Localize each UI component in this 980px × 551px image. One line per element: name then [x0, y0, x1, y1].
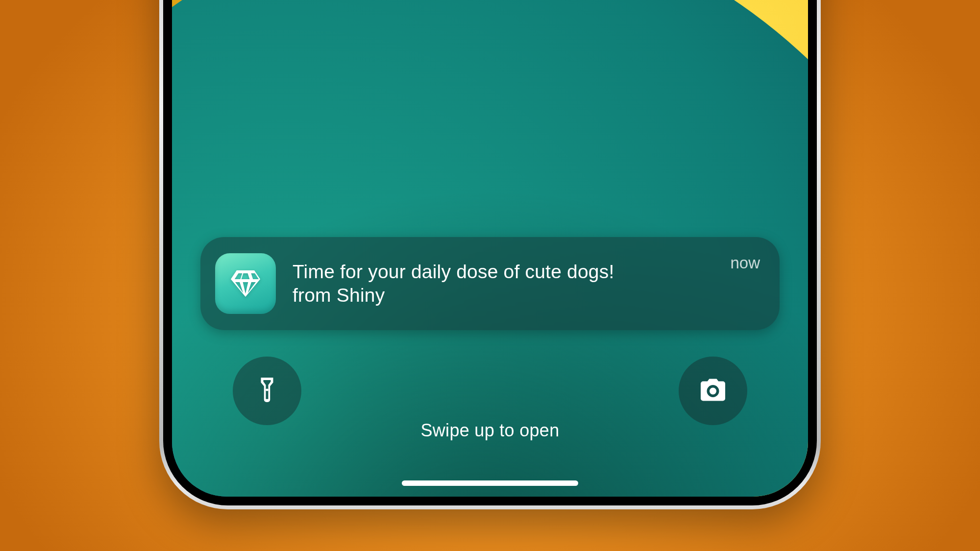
notification-title-line2: from Shiny [293, 285, 385, 306]
notification-timestamp: now [730, 254, 760, 272]
notification-card[interactable]: Time for your daily dose of cute dogs! f… [200, 237, 780, 330]
home-indicator[interactable] [402, 480, 578, 486]
swipe-hint: Swipe up to open [172, 420, 808, 441]
phone-frame-outer: Time for your daily dose of cute dogs! f… [159, 0, 821, 509]
lockscreen[interactable]: Time for your daily dose of cute dogs! f… [172, 0, 808, 497]
flashlight-icon [252, 375, 282, 407]
phone-frame-inner: Time for your daily dose of cute dogs! f… [163, 0, 817, 505]
camera-button[interactable] [679, 357, 747, 425]
notification-text: Time for your daily dose of cute dogs! f… [293, 260, 718, 307]
diamond-icon [215, 253, 276, 314]
camera-icon [698, 375, 728, 407]
flashlight-button[interactable] [233, 357, 301, 425]
notification-title-line1: Time for your daily dose of cute dogs! [293, 261, 614, 282]
stage: Time for your daily dose of cute dogs! f… [0, 0, 980, 551]
